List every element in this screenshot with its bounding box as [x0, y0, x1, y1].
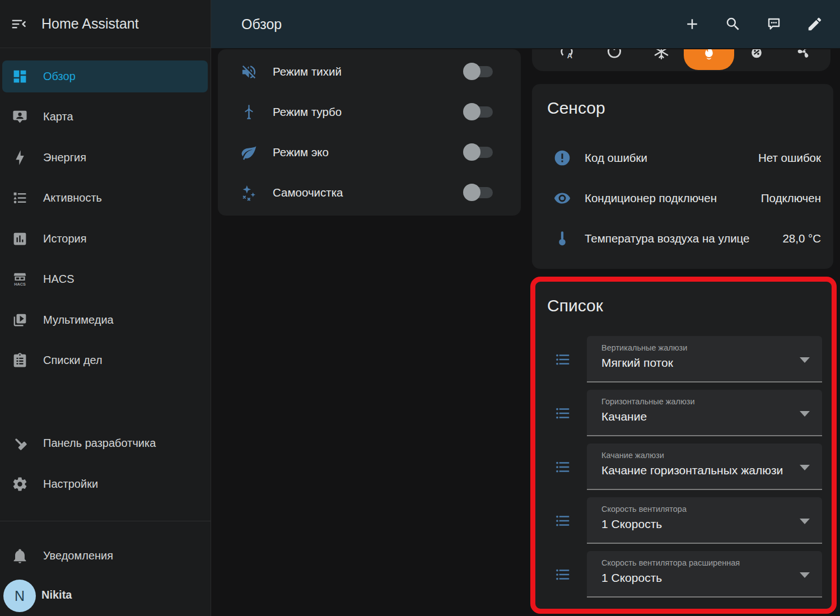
sidebar-item-settings[interactable]: Настройки	[2, 468, 208, 500]
clipboard-list-icon	[12, 352, 28, 368]
select-row: Горизонтальные жалюзи Качание	[532, 390, 833, 436]
wind-turbine-icon	[240, 104, 258, 121]
list-bulleted-icon	[554, 405, 571, 422]
lightning-bolt-icon	[12, 150, 28, 166]
sparkles-icon	[240, 184, 258, 202]
sidebar-item-history[interactable]: История	[2, 223, 208, 255]
thermostat-auto-icon[interactable]: A	[557, 49, 576, 61]
pencil-icon[interactable]	[806, 16, 823, 32]
search-icon[interactable]	[725, 16, 741, 32]
select-fan-speed[interactable]: Скорость вентилятора 1 Скорость	[587, 497, 822, 544]
select-value: Качание горизонтальных жалюзи	[601, 464, 787, 477]
mode-heat-selected[interactable]	[684, 49, 734, 70]
chevron-down-icon	[800, 411, 810, 417]
fan-icon[interactable]	[795, 49, 814, 61]
chat-icon[interactable]	[766, 16, 782, 32]
sidebar-item-label: Активность	[43, 192, 102, 204]
menu-open-icon[interactable]	[10, 16, 27, 32]
thermometer-icon	[553, 230, 571, 248]
leaf-icon	[240, 144, 258, 161]
map-account-icon	[12, 109, 28, 125]
sidebar-item-label: HACS	[43, 273, 74, 286]
toggle-row: Режим тихий	[218, 52, 521, 92]
climate-switches-card: Режим тихий Режим турбо Режим эко Самооч…	[218, 49, 521, 216]
list-card: Список Вертикальные жалюзи Мягкий поток …	[532, 282, 833, 609]
hvac-modes-card: A	[532, 49, 830, 71]
sidebar-item-hacs[interactable]: HACS HACS	[2, 263, 208, 295]
sidebar-header: Home Assistant	[0, 0, 211, 48]
volume-off-icon	[240, 63, 258, 81]
sidebar-item-todo[interactable]: Списки дел	[2, 344, 208, 376]
snowflake-icon[interactable]	[652, 49, 671, 61]
select-blind-swing[interactable]: Качание жалюзи Качание горизонтальных жа…	[587, 444, 822, 490]
sensor-card-title: Сенсор	[547, 99, 605, 118]
select-vertical-blinds[interactable]: Вертикальные жалюзи Мягкий поток	[587, 336, 822, 382]
avatar[interactable]: N	[3, 580, 36, 612]
sensor-label: Температура воздуха на улице	[585, 232, 750, 245]
sidebar-item-energy[interactable]: Энергия	[2, 142, 208, 174]
toggle-row: Режим турбо	[218, 92, 521, 132]
svg-text:A: A	[567, 52, 572, 60]
select-label: Качание жалюзи	[601, 451, 664, 460]
list-bulleted-icon	[554, 566, 571, 583]
sidebar-item-label: Панель разработчика	[43, 437, 156, 450]
hacs-store-icon: HACS	[12, 271, 28, 287]
alert-circle-icon	[553, 149, 571, 167]
avatar-initial: N	[15, 588, 25, 604]
select-value: 1 Скорость	[601, 517, 787, 531]
page-title: Обзор	[241, 16, 282, 32]
list-bulleted-type-icon	[12, 190, 28, 206]
sidebar-item-developer-tools[interactable]: Панель разработчика	[2, 427, 208, 459]
user-name[interactable]: Nikita	[41, 589, 72, 601]
eco-mode-toggle[interactable]	[463, 143, 493, 161]
hammer-icon	[12, 435, 28, 451]
gear-icon	[12, 476, 28, 492]
sensor-value: Подключен	[761, 192, 821, 205]
toggle-label: Режим эко	[273, 146, 329, 159]
sidebar-item-logbook[interactable]: Активность	[2, 182, 208, 214]
water-percent-icon[interactable]	[747, 49, 766, 61]
sensor-row[interactable]: Кондиционер подключен Подключен	[532, 178, 833, 218]
list-bulleted-icon	[554, 512, 571, 529]
list-card-title: Список	[547, 296, 603, 315]
sidebar-item-media[interactable]: Мультимедиа	[2, 304, 208, 336]
sidebar-item-label: История	[43, 232, 87, 245]
select-fan-speed-extended[interactable]: Скорость вентилятора расширенная 1 Скоро…	[587, 551, 822, 598]
chevron-down-icon	[800, 572, 810, 578]
sensor-value: 28,0 °C	[782, 232, 821, 245]
quiet-mode-toggle[interactable]	[463, 63, 493, 81]
select-value: Мягкий поток	[601, 356, 787, 370]
chevron-down-icon	[800, 519, 810, 524]
select-row: Качание жалюзи Качание горизонтальных жа…	[532, 444, 833, 490]
sensor-row[interactable]: Код ошибки Нет ошибок	[532, 138, 833, 178]
sidebar-item-overview[interactable]: Обзор	[2, 60, 208, 92]
sidebar-item-label: Обзор	[43, 70, 76, 83]
chevron-down-icon	[800, 357, 810, 363]
select-label: Скорость вентилятора расширенная	[601, 558, 740, 567]
sidebar-item-label: Настройки	[43, 478, 98, 491]
sidebar: Home Assistant Обзор Карта Энергия Актив…	[0, 0, 211, 616]
sidebar-divider	[0, 521, 211, 521]
power-icon[interactable]	[605, 49, 624, 61]
chart-box-icon	[12, 231, 28, 247]
header-actions	[684, 16, 840, 32]
sensor-value: Нет ошибок	[758, 151, 821, 165]
self-clean-toggle[interactable]	[463, 184, 493, 202]
select-horizontal-blinds[interactable]: Горизонтальные жалюзи Качание	[587, 390, 822, 436]
plus-icon[interactable]	[684, 16, 701, 32]
app-title: Home Assistant	[41, 16, 139, 32]
svg-text:HACS: HACS	[14, 282, 26, 287]
sidebar-item-label: Уведомления	[43, 549, 113, 562]
select-value: Качание	[601, 410, 787, 423]
play-box-multiple-icon	[12, 312, 28, 328]
eye-icon	[553, 189, 571, 207]
toggle-label: Режим турбо	[273, 105, 342, 119]
turbo-mode-toggle[interactable]	[463, 103, 493, 121]
sensor-label: Код ошибки	[585, 151, 647, 165]
fire-icon	[701, 49, 717, 62]
sidebar-item-notifications[interactable]: Уведомления	[2, 540, 208, 572]
sidebar-item-label: Карта	[43, 110, 73, 123]
sensor-row[interactable]: Температура воздуха на улице 28,0 °C	[532, 218, 833, 259]
toggle-label: Самоочистка	[273, 186, 343, 199]
sidebar-item-map[interactable]: Карта	[2, 101, 208, 133]
